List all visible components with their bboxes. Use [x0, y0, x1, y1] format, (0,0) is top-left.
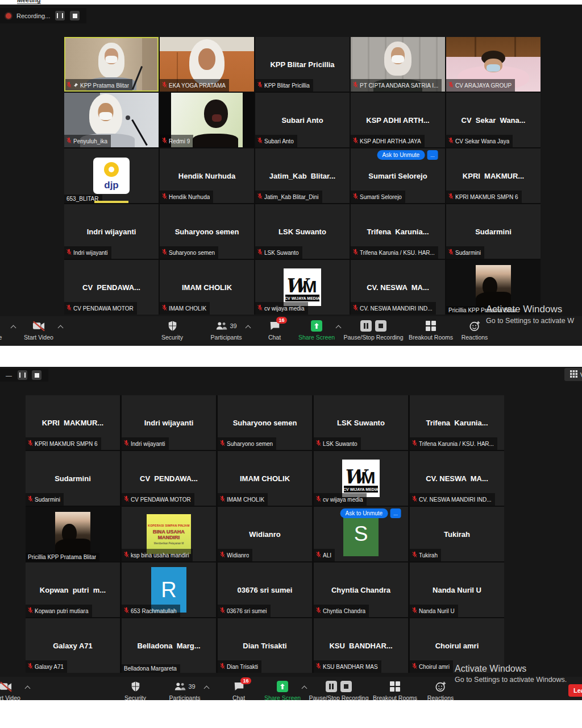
participant-tile[interactable]: PT CIPTA ANDARA SATRIA I... [351, 37, 445, 92]
stop-recording-button[interactable] [32, 370, 41, 380]
stop-recording-button[interactable] [70, 11, 80, 20]
participant-label: IMAM CHOLIK [218, 493, 268, 506]
participant-tile[interactable]: Penyuluh_ika [64, 93, 159, 147]
participant-tile[interactable]: Indri wijayantiIndri wijayanti [64, 204, 159, 259]
participant-tile[interactable]: Indri wijayantiIndri wijayanti [122, 395, 216, 450]
ask-to-unmute-button[interactable]: Ask to Unmute [340, 508, 388, 518]
participant-label-text: KSP ADHI ARTHA JAYA [360, 138, 421, 144]
muted-mic-icon [316, 494, 321, 504]
participant-tile[interactable]: CV Sekar Wana...CV Sekar Wana Jaya [446, 93, 541, 147]
participant-label: Kopwan putri mutiara [26, 605, 92, 617]
muted-mic-icon [66, 136, 72, 146]
participant-label-text: Pricillia KPP Pratama Blitar [28, 554, 96, 560]
participant-label: KPRI MAKMUR SMPN 6 [26, 437, 101, 450]
participant-tile[interactable]: LSK SuwantoLSK Suwanto [314, 395, 408, 450]
participant-tile[interactable]: WidianroWidianro [218, 507, 312, 561]
participant-tile[interactable]: CV. NESWA MA...CV. NESWA MANDIRI IND... [351, 260, 445, 315]
participant-tile[interactable]: Hendik NurhudaHendik Nurhuda [160, 148, 254, 203]
toolbar-start-video-button[interactable]: Start Video [0, 680, 39, 700]
recording-label: Recording... [16, 13, 50, 19]
toolbar-icon-row [168, 320, 177, 332]
participant-tile[interactable]: Galaxy A71Galaxy A71 [26, 618, 120, 673]
participant-tile[interactable]: Subari AntoSubari Anto [255, 93, 350, 147]
participant-tile[interactable]: CV PENDAWA...CV PENDAWA MOTOR [122, 451, 216, 506]
muted-mic-icon [124, 606, 129, 616]
share-icon [311, 320, 322, 332]
ask-to-unmute-button[interactable]: Ask to Unmute [377, 150, 425, 160]
participant-tile[interactable]: Belladona Marg...Belladona Margareta [122, 618, 216, 673]
participant-tile[interactable]: EKA YOGA PRATAMA [160, 37, 254, 92]
participant-tile[interactable]: WMCV WIJAYA MEDIAcv wijaya media [314, 451, 408, 506]
participant-tile[interactable]: 03676 sri sumei03676 sri sumei [218, 562, 312, 617]
pause-icon [57, 13, 63, 18]
chevron-up-icon[interactable] [25, 686, 31, 692]
participant-tile[interactable]: Trifena Karunia...Trifena Karunia / KSU.… [351, 204, 445, 259]
participant-tile[interactable]: KPRI MAKMUR...KPRI MAKMUR SMPN 6 [26, 395, 120, 450]
participant-tile[interactable]: CV. NESWA MA...CV. NESWA MANDIRI IND... [410, 451, 504, 506]
pause-recording-button[interactable] [55, 11, 65, 20]
wijaya-media-logo-avatar: WMCV WIJAYA MEDIA [284, 268, 321, 306]
participant-tile[interactable]: SudarminiSudarmini [26, 451, 120, 506]
toolbar-start-video-button[interactable]: Start Video [6, 320, 72, 341]
participant-tile[interactable]: Nanda Nuril UNanda Nuril U [410, 562, 504, 617]
ksp-banner-avatar: KOPERASI SIMPAN PINJAMBINA USAHA MANDIRI… [147, 514, 191, 554]
pause-recording-button[interactable] [18, 370, 27, 380]
chevron-up-icon[interactable] [58, 325, 64, 331]
participant-tile[interactable]: Pricillia KPP Pratama Blitar [446, 260, 541, 315]
view-button[interactable]: V [564, 368, 582, 381]
toolbar-icon-row [326, 680, 352, 692]
muted-mic-icon [124, 439, 129, 449]
participant-tile[interactable]: Dian TrisaktiDian Trisakti [218, 618, 312, 673]
participant-tile[interactable]: Suharyono semenSuharyono semen [160, 204, 254, 259]
toolbar-button-label: Participants [169, 694, 201, 700]
toolbar-icon-row [360, 320, 386, 332]
view-button-label: V [580, 371, 582, 378]
more-options-button[interactable]: ... [390, 508, 401, 518]
participant-tile[interactable]: SAsk to Unmute...ALI [314, 507, 408, 561]
toolbar-icon-row [426, 320, 436, 332]
toolbar-reactions-button[interactable]: Reactions [442, 320, 508, 341]
participant-tile[interactable]: Pricillia KPP Pratama Blitar [26, 507, 120, 561]
participant-label: Widianro [218, 549, 252, 561]
participant-tile[interactable]: KPP Blitar PricilliaKPP Blitar Pricillia [255, 37, 350, 92]
participant-tile[interactable]: TukirahTukirah [410, 507, 504, 561]
toolbar-reactions-button[interactable]: Reactions [408, 680, 473, 700]
participant-tile[interactable]: IMAM CHOLIKIMAM CHOLIK [218, 451, 312, 506]
participant-tile[interactable]: Chyntia ChandraChyntia Chandra [314, 562, 408, 617]
participant-label: CV. NESWA MANDIRI IND... [351, 302, 436, 315]
participant-label: Penyuluh_ika [64, 135, 111, 147]
participant-tile[interactable]: CV PENDAWA...CV PENDAWA MOTOR [64, 260, 159, 315]
participant-tile[interactable]: djp653_BLITAR [64, 148, 159, 203]
participant-tile[interactable]: KPRI MAKMUR...KPRI MAKMUR SMPN 6 [446, 148, 541, 203]
participants-count: 39 [188, 683, 195, 690]
toolbar-pause-stop-recording-button[interactable]: Pause/Stop Recording [340, 320, 406, 341]
participant-tile[interactable]: KOPERASI SIMPAN PINJAMBINA USAHA MANDIRI… [122, 507, 216, 561]
participant-tile[interactable]: Redmi 9 [160, 93, 254, 147]
participant-tile[interactable]: Choirul amriChoirul amri [410, 618, 504, 673]
participant-tile[interactable]: LSK SuwantoLSK Suwanto [255, 204, 350, 259]
participant-tile[interactable]: Suharyono semenSuharyono semen [218, 395, 312, 450]
video-off-icon [0, 681, 13, 692]
minimize-icon[interactable]: — [6, 372, 12, 379]
participant-label: Indri wijayanti [122, 437, 169, 450]
toolbar-share-screen-button[interactable]: Share Screen [284, 320, 350, 341]
leave-button[interactable]: Leave [568, 684, 582, 697]
participant-tile[interactable]: SudarminiSudarmini [446, 204, 541, 259]
participant-tile[interactable]: R653 Rachmatullah [122, 562, 216, 617]
participant-tile[interactable]: CV ARAJAYA GROUP [446, 37, 541, 92]
muted-mic-icon [412, 550, 417, 560]
participant-tile[interactable]: WMCV WIJAYA MEDIAcv wijaya media [255, 260, 350, 315]
muted-mic-icon [257, 80, 263, 90]
participant-tile[interactable]: Kopwan putri m...Kopwan putri mutiara [26, 562, 120, 617]
toolbar-button-label: Start Video [24, 334, 53, 341]
muted-mic-icon [353, 136, 358, 146]
participant-tile[interactable]: Trifena Karunia...Trifena Karunia / KSU.… [410, 395, 504, 450]
participant-tile[interactable]: Sumarti SelorejoAsk to Unmute...Sumarti … [351, 148, 445, 203]
participant-tile[interactable]: KSU BANDHAR...KSU BANDHAR MAS [314, 618, 408, 673]
participant-tile[interactable]: IMAM CHOLIKIMAM CHOLIK [160, 260, 254, 315]
participant-label-text: IMAM CHOLIK [169, 305, 206, 312]
participant-tile[interactable]: Jatim_Kab Blitar...Jatim_Kab Blitar_Dini [255, 148, 350, 203]
participant-tile[interactable]: KSP ADHI ARTH...KSP ADHI ARTHA JAYA [351, 93, 445, 147]
more-options-button[interactable]: ... [427, 150, 438, 160]
participant-tile[interactable]: KPP Pratama Blitar [64, 37, 159, 92]
